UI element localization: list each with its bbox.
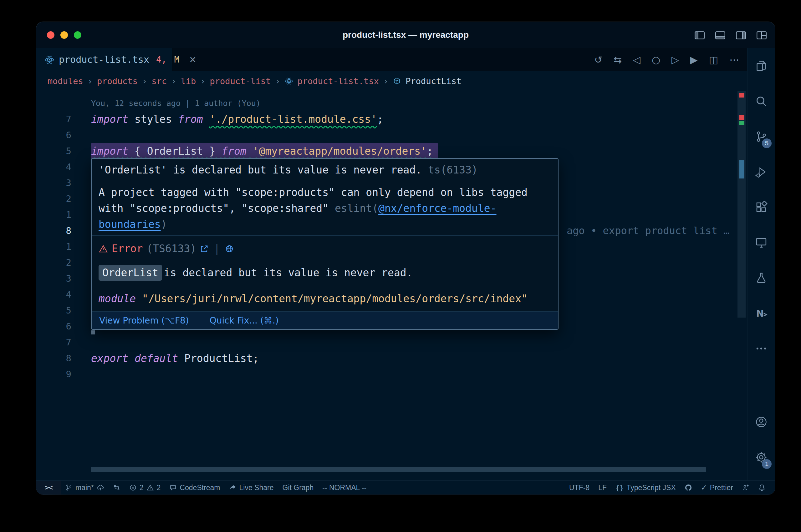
line-number: 1 — [36, 239, 71, 255]
feedback-item[interactable] — [738, 481, 754, 494]
window-title: product-list.tsx — myreactapp — [343, 30, 469, 40]
code-line[interactable]: 6 — [36, 127, 747, 143]
breadcrumb-folder[interactable]: products — [97, 76, 138, 86]
extensions-icon[interactable] — [747, 189, 775, 225]
open-changes-icon[interactable]: ⇆ — [614, 54, 622, 65]
git-graph-label: Git Graph — [283, 483, 314, 492]
codestream-item[interactable]: CodeStream — [165, 481, 224, 494]
toggle-secondary-sidebar-icon[interactable] — [735, 30, 747, 41]
vscode-window: product-list.tsx — myreactapp product-li… — [36, 22, 775, 494]
prettier-item[interactable]: ✓ Prettier — [696, 481, 738, 494]
overview-added-mark — [739, 121, 744, 125]
codestream-label: CodeStream — [180, 483, 220, 492]
comment-bubble-icon — [169, 484, 177, 491]
code-line[interactable]: 9 — [36, 366, 747, 382]
warning-count: 2 — [157, 483, 161, 492]
code-line[interactable]: 7import styles from './product-list.modu… — [36, 111, 747, 127]
search-icon[interactable] — [747, 83, 775, 119]
language-label: TypeScript JSX — [627, 483, 676, 492]
github-item[interactable] — [680, 481, 696, 494]
code-editor[interactable]: You, 12 seconds ago | 1 author (You) 7im… — [36, 91, 747, 480]
breadcrumb-separator: › — [142, 76, 147, 86]
error-detail-row: OrderList is declared but its value is n… — [98, 265, 551, 281]
account-icon[interactable] — [747, 404, 775, 439]
git-graph-item[interactable]: Git Graph — [278, 481, 318, 494]
next-change-icon[interactable]: ▷ — [672, 54, 679, 65]
timeline-history-icon[interactable]: ↺ — [594, 54, 602, 65]
more-actions-icon[interactable]: ⋯ — [729, 54, 739, 65]
error-header-row: Error(TS6133) | — [98, 241, 551, 256]
breadcrumb-file[interactable]: product-list.tsx — [297, 76, 379, 86]
testing-icon[interactable] — [747, 260, 775, 296]
settings-gear-icon[interactable]: 1 — [747, 439, 775, 475]
previous-change-icon[interactable]: ◁ — [633, 54, 640, 65]
line-content: export default ProductList; — [91, 350, 259, 366]
quick-fix-link[interactable]: Quick Fix... (⌘.) — [210, 312, 279, 328]
globe-icon[interactable] — [225, 244, 234, 253]
error-detail-text: is declared but its value is never read. — [164, 265, 413, 281]
zoom-window-button[interactable] — [74, 31, 81, 39]
line-number: 2 — [36, 191, 71, 207]
open-external-icon[interactable] — [200, 244, 209, 253]
horizontal-scrollbar[interactable] — [91, 467, 706, 472]
split-editor-icon[interactable]: ◫ — [709, 54, 718, 65]
problems-item[interactable]: 2 2 — [125, 481, 165, 494]
check-icon: ✓ — [701, 483, 707, 492]
close-window-button[interactable] — [47, 31, 54, 39]
tab-modified-badge: M — [174, 54, 180, 65]
notifications-bell-icon[interactable] — [754, 481, 770, 494]
git-compare-item[interactable] — [109, 481, 125, 494]
view-problem-link[interactable]: View Problem (⌥F8) — [99, 312, 189, 328]
code-line[interactable]: 5import { OrderList } from '@myreactapp/… — [36, 143, 747, 159]
vim-mode-label: -- NORMAL -- — [322, 483, 366, 492]
more-views-icon[interactable] — [747, 331, 775, 366]
gitlens-blame-header: You, 12 seconds ago | 1 author (You) — [36, 95, 747, 111]
hover-resize-grip[interactable] — [91, 330, 95, 335]
live-share-item[interactable]: Live Share — [225, 481, 278, 494]
toggle-primary-sidebar-icon[interactable] — [694, 30, 706, 41]
tab-close-icon[interactable]: × — [189, 54, 196, 65]
breadcrumb-folder[interactable]: src — [151, 76, 167, 86]
language-mode-item[interactable]: {} TypeScript JSX — [611, 481, 680, 494]
breadcrumb-folder[interactable]: product-list — [210, 76, 271, 86]
eol-item[interactable]: LF — [594, 481, 611, 494]
minimize-window-button[interactable] — [60, 31, 68, 39]
react-file-icon — [285, 77, 293, 86]
status-bar-right: UTF-8 LF {} TypeScript JSX ✓ Prettier — [565, 481, 770, 494]
line-number: 6 — [36, 127, 71, 143]
encoding-item[interactable]: UTF-8 — [565, 481, 594, 494]
run-debug-icon[interactable] — [747, 154, 775, 189]
breadcrumb-folder[interactable]: lib — [181, 76, 196, 86]
source-control-icon[interactable]: 5 — [747, 119, 775, 154]
explorer-icon[interactable] — [747, 48, 775, 83]
vertical-scrollbar[interactable] — [738, 91, 746, 318]
remote-explorer-icon[interactable] — [747, 225, 775, 260]
code-line[interactable]: 8export default ProductList; — [36, 350, 747, 366]
activity-bar: 5 N 1 — [747, 48, 775, 480]
breadcrumb-folder[interactable]: modules — [48, 76, 83, 86]
run-file-icon[interactable]: ▶ — [690, 54, 698, 65]
breadcrumb: modules › products › src › lib › product… — [36, 71, 747, 91]
tab-problems-badge: 4, — [156, 54, 167, 65]
line-number: 9 — [36, 366, 71, 382]
vim-mode-item[interactable]: -- NORMAL -- — [318, 481, 371, 494]
customize-layout-icon[interactable] — [756, 30, 767, 41]
remote-window-button[interactable]: >< — [36, 481, 61, 494]
svg-text:N: N — [756, 308, 764, 319]
window-controls — [47, 31, 81, 39]
workbench: product-list.tsx 4, M × ↺⇆◁○▷▶◫⋯ modules… — [36, 48, 775, 480]
line-number: 6 — [36, 319, 71, 335]
toggle-panel-icon[interactable] — [714, 30, 726, 41]
title-bar: product-list.tsx — myreactapp — [36, 22, 775, 48]
nx-console-icon[interactable]: N — [747, 296, 775, 331]
breadcrumb-symbol[interactable]: ProductList — [405, 76, 461, 86]
breadcrumb-separator: › — [88, 76, 93, 86]
tab-bar: product-list.tsx 4, M × ↺⇆◁○▷▶◫⋯ — [36, 48, 747, 71]
breadcrumb-separator: › — [383, 76, 388, 86]
code-line[interactable]: 7 — [36, 335, 747, 350]
branch-item[interactable]: main* — [61, 481, 109, 494]
line-number: 4 — [36, 287, 71, 303]
tab-product-list[interactable]: product-list.tsx 4, M × — [36, 48, 173, 71]
publish-cloud-icon — [97, 484, 104, 491]
current-change-icon[interactable]: ○ — [652, 54, 660, 65]
